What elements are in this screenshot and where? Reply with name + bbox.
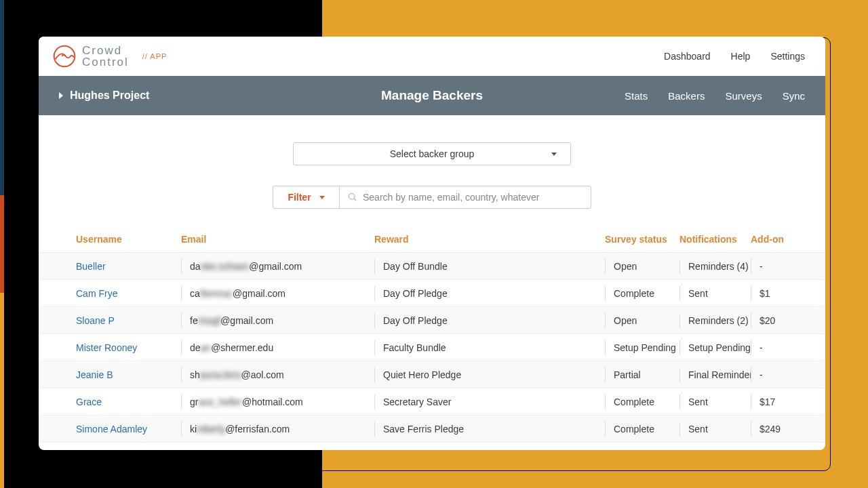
username-cell[interactable]: Cam Frye (76, 288, 181, 299)
username-cell[interactable]: Bueller (76, 261, 181, 272)
backers-table: Username Email Reward Survey status Noti… (39, 226, 825, 443)
search-wrap (340, 186, 591, 208)
wave-logo-icon (52, 44, 77, 68)
table-row: Cam Fryecalliemraz@gmail.comDay Off Pled… (39, 280, 825, 307)
survey-cell: Complete (605, 422, 679, 436)
nav-dashboard[interactable]: Dashboard (664, 51, 711, 62)
reward-cell: Day Off Pledge (374, 286, 605, 301)
survey-cell: Complete (605, 394, 679, 409)
col-username[interactable]: Username (76, 234, 181, 245)
tab-backers[interactable]: Backers (668, 90, 705, 102)
survey-cell: Open (605, 313, 679, 328)
nav-settings[interactable]: Settings (770, 51, 805, 62)
survey-cell: Setup Pending (605, 340, 679, 355)
addon-cell: - (751, 259, 795, 274)
addon-cell: - (751, 367, 795, 382)
notif-cell: Final Reminder (679, 367, 751, 382)
search-input[interactable] (363, 192, 583, 203)
logo-text: Crowd Control (82, 45, 129, 68)
reward-cell: Secretary Saver (374, 394, 605, 409)
notif-cell: Sent (679, 422, 751, 436)
svg-point-1 (349, 193, 355, 199)
chevron-right-icon (59, 92, 63, 99)
sub-nav: Stats Backers Surveys Sync (625, 90, 805, 102)
addon-cell: $249 (751, 422, 795, 436)
username-cell[interactable]: Grace (76, 396, 181, 407)
filter-search-row: Filter (273, 186, 591, 209)
email-cell: kimberly@ferrisfan.com (181, 422, 374, 436)
filter-label: Filter (288, 192, 311, 203)
username-cell[interactable]: Mister Rooney (76, 342, 181, 353)
group-select-dropdown[interactable]: Select backer group (293, 142, 571, 165)
email-cell: ferissgf@gmail.com (181, 313, 374, 328)
app-window: Crowd Control // APP Dashboard Help Sett… (39, 37, 825, 450)
project-breadcrumb[interactable]: Hughes Project (59, 89, 149, 102)
notif-cell: Sent (679, 394, 751, 409)
username-cell[interactable]: Simone Adamley (76, 424, 181, 434)
top-header: Crowd Control // APP Dashboard Help Sett… (39, 37, 825, 76)
addon-cell: $17 (751, 394, 795, 409)
table-row: Mister Rooneydean@shermer.eduFaculty Bun… (39, 334, 825, 361)
chevron-down-icon (551, 152, 557, 156)
addon-cell: $1 (751, 286, 795, 301)
addon-cell: $20 (751, 313, 795, 328)
controls-area: Select backer group Filter (39, 115, 825, 226)
top-nav: Dashboard Help Settings (664, 51, 805, 62)
email-cell: danke.schoen@gmail.com (181, 259, 374, 274)
chevron-down-icon (319, 196, 325, 199)
table-row: Jeanie Bshauna.bins@aol.comQuiet Hero Pl… (39, 361, 825, 388)
table-row: Sloane Pferissgf@gmail.comDay Off Pledge… (39, 307, 825, 334)
reward-cell: Save Ferris Pledge (374, 422, 605, 436)
logo-suffix: // APP (142, 52, 167, 60)
col-addon[interactable]: Add-on (751, 234, 795, 245)
search-icon (348, 192, 357, 202)
svg-line-2 (354, 199, 356, 201)
filter-button[interactable]: Filter (273, 186, 340, 208)
tab-stats[interactable]: Stats (625, 90, 648, 102)
group-select-label: Select backer group (390, 148, 475, 159)
table-row: Simone Adamleykimberly@ferrisfan.comSave… (39, 415, 825, 443)
col-survey-status[interactable]: Survey status (605, 234, 679, 245)
notif-cell: Reminders (2) (679, 313, 751, 328)
username-cell[interactable]: Jeanie B (76, 369, 181, 380)
col-notifications[interactable]: Notifications (679, 234, 751, 245)
col-email[interactable]: Email (181, 234, 374, 245)
notif-cell: Setup Pending (679, 340, 751, 355)
username-cell[interactable]: Sloane P (76, 315, 181, 326)
email-cell: dean@shermer.edu (181, 340, 374, 355)
table-body: Buellerdanke.schoen@gmail.comDay Off Bun… (39, 253, 825, 443)
reward-cell: Day Off Pledge (374, 313, 605, 328)
reward-cell: Day Off Bundle (374, 259, 605, 274)
reward-cell: Quiet Hero Pledge (374, 367, 605, 382)
notif-cell: Reminders (4) (679, 259, 751, 274)
project-name: Hughes Project (70, 89, 149, 102)
addon-cell: - (751, 340, 795, 355)
notif-cell: Sent (679, 286, 751, 301)
table-header-row: Username Email Reward Survey status Noti… (39, 226, 825, 253)
reward-cell: Faculty Bundle (374, 340, 605, 355)
page-title: Manage Backers (381, 88, 483, 103)
survey-cell: Open (605, 259, 679, 274)
table-row: Buellerdanke.schoen@gmail.comDay Off Bun… (39, 253, 825, 280)
email-cell: shauna.bins@aol.com (181, 367, 374, 382)
background-accent-stripe (0, 0, 4, 488)
tab-surveys[interactable]: Surveys (725, 90, 762, 102)
email-cell: calliemraz@gmail.com (181, 286, 374, 301)
email-cell: grace_heller@hotmail.com (181, 394, 374, 409)
tab-sync[interactable]: Sync (783, 90, 805, 102)
col-reward[interactable]: Reward (374, 234, 605, 245)
nav-help[interactable]: Help (731, 51, 751, 62)
table-row: Gracegrace_heller@hotmail.comSecretary S… (39, 388, 825, 415)
sub-header: Hughes Project Manage Backers Stats Back… (39, 76, 825, 115)
logo[interactable]: Crowd Control // APP (52, 44, 167, 68)
survey-cell: Complete (605, 286, 679, 301)
survey-cell: Partial (605, 367, 679, 382)
